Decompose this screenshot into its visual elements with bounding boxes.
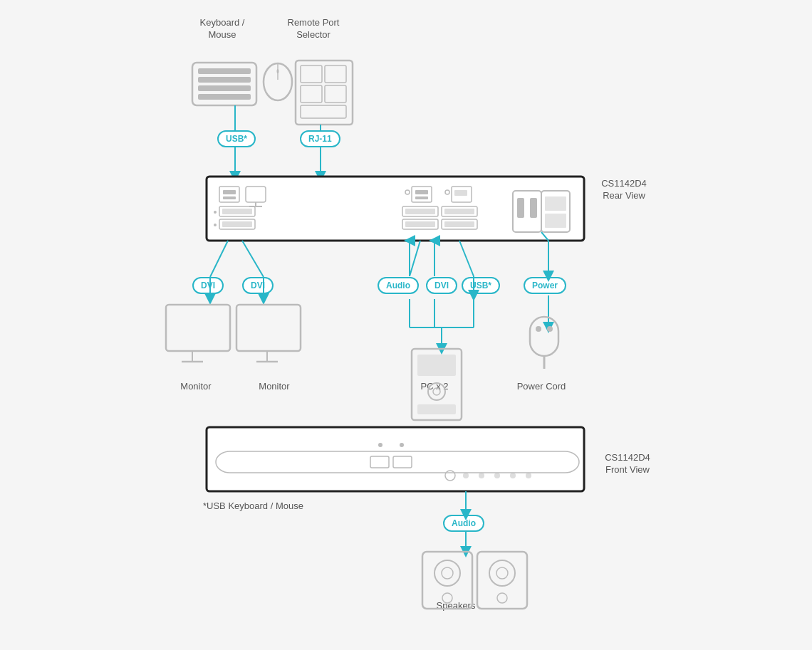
svg-rect-10	[325, 65, 346, 83]
svg-line-66	[459, 241, 474, 276]
svg-rect-21	[223, 196, 236, 199]
svg-rect-37	[454, 190, 467, 196]
svg-rect-80	[417, 404, 456, 414]
svg-line-64	[410, 241, 420, 276]
svg-rect-26	[222, 209, 252, 214]
svg-rect-73	[236, 305, 301, 351]
svg-point-94	[494, 473, 500, 478]
svg-rect-2	[198, 77, 251, 83]
svg-rect-48	[530, 198, 537, 218]
svg-point-95	[510, 473, 516, 478]
diagram-svg	[0, 0, 812, 650]
svg-rect-51	[545, 214, 566, 228]
svg-rect-47	[517, 198, 524, 218]
svg-rect-70	[166, 305, 230, 351]
svg-point-100	[434, 560, 460, 586]
svg-rect-81	[530, 317, 558, 356]
svg-point-101	[442, 567, 453, 579]
svg-rect-12	[325, 85, 346, 103]
svg-rect-4	[198, 94, 251, 100]
svg-rect-3	[198, 85, 251, 91]
svg-point-82	[536, 326, 541, 332]
svg-rect-28	[222, 221, 252, 227]
svg-rect-11	[301, 85, 322, 103]
svg-point-96	[526, 473, 531, 478]
diagram-container: Keyboard /Mouse Remote PortSelector Moni…	[0, 0, 812, 650]
svg-rect-41	[444, 209, 474, 214]
svg-point-105	[496, 567, 508, 579]
svg-point-30	[214, 224, 217, 226]
svg-point-7	[277, 69, 279, 73]
svg-rect-13	[301, 105, 346, 118]
svg-rect-39	[405, 209, 435, 214]
svg-rect-20	[223, 190, 236, 194]
svg-rect-8	[296, 61, 353, 125]
svg-point-79	[433, 388, 440, 395]
svg-point-106	[497, 593, 507, 603]
svg-point-93	[479, 473, 484, 478]
svg-rect-50	[545, 196, 566, 211]
svg-point-92	[463, 473, 469, 478]
svg-rect-43	[405, 221, 435, 227]
svg-rect-77	[417, 355, 456, 376]
svg-point-104	[489, 560, 515, 586]
svg-line-55	[242, 241, 264, 277]
svg-rect-1	[198, 68, 251, 74]
svg-point-78	[428, 383, 445, 400]
svg-rect-45	[444, 221, 474, 227]
svg-point-90	[400, 443, 404, 447]
svg-point-83	[547, 326, 553, 332]
svg-point-29	[214, 211, 217, 214]
svg-rect-9	[301, 65, 322, 83]
svg-rect-85	[207, 427, 584, 491]
svg-rect-34	[415, 196, 428, 199]
svg-point-102	[442, 593, 452, 603]
svg-line-54	[210, 241, 228, 277]
svg-point-89	[378, 443, 382, 447]
svg-rect-33	[415, 190, 428, 194]
